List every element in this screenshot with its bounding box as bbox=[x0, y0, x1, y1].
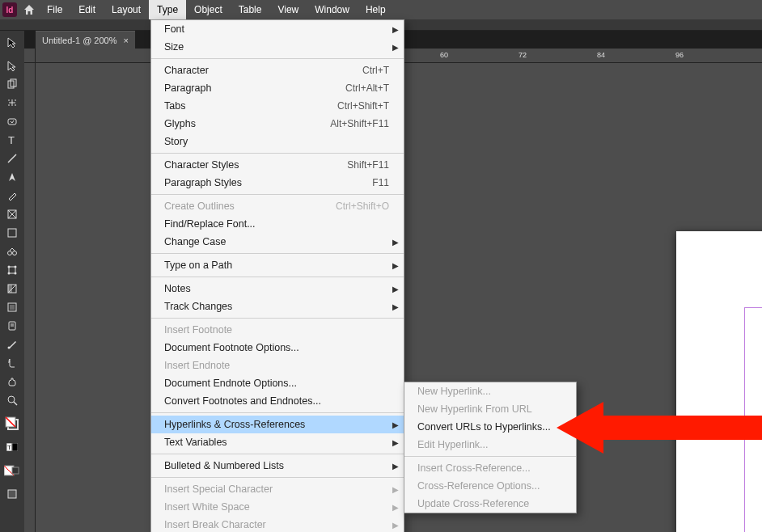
type_menu-item-insert-endnote: Insert Endnote bbox=[151, 357, 404, 374]
pen-tool[interactable] bbox=[1, 167, 23, 186]
menu-item-shortcut: Ctrl+Alt+T bbox=[345, 82, 389, 94]
zoom-tool[interactable] bbox=[1, 391, 23, 409]
gap-tool[interactable] bbox=[1, 93, 23, 112]
type_menu-item-hyperlinks-cross-references[interactable]: Hyperlinks & Cross-References▶ bbox=[151, 416, 404, 433]
submenu-arrow-icon: ▶ bbox=[392, 521, 399, 530]
svg-rect-37 bbox=[8, 490, 16, 498]
close-icon[interactable]: × bbox=[124, 36, 129, 45]
svg-rect-31 bbox=[6, 443, 12, 451]
type_menu-item-tabs[interactable]: TabsCtrl+Shift+T bbox=[151, 97, 404, 115]
svg-rect-20 bbox=[8, 303, 16, 311]
submenu-arrow-icon: ▶ bbox=[392, 302, 399, 311]
type_menu-item-document-endnote-options[interactable]: Document Endnote Options... bbox=[151, 374, 404, 392]
sub_menu-item-new-hyperlink: New Hyperlink... bbox=[404, 382, 576, 400]
type_menu-item-convert-footnotes-and-endnotes[interactable]: Convert Footnotes and Endnotes... bbox=[151, 392, 404, 410]
hyperlinks-submenu: New Hyperlink...New Hyperlink From URLCo… bbox=[404, 382, 577, 513]
default-fill-stroke[interactable]: T bbox=[1, 437, 23, 456]
fill-stroke[interactable] bbox=[1, 414, 23, 433]
page-tool[interactable] bbox=[1, 74, 23, 93]
document-tab[interactable]: Untitled-1 @ 200% × bbox=[36, 31, 135, 49]
menu-item-shortcut: Ctrl+T bbox=[362, 65, 389, 76]
line-tool[interactable] bbox=[1, 149, 23, 167]
pencil-tool[interactable] bbox=[1, 186, 23, 205]
type_menu-item-find-replace-font[interactable]: Find/Replace Font... bbox=[151, 215, 404, 233]
menu-edit[interactable]: Edit bbox=[70, 0, 104, 19]
type_menu-item-story[interactable]: Story bbox=[151, 133, 404, 150]
svg-text:T: T bbox=[8, 134, 15, 146]
type_menu-item-document-footnote-options[interactable]: Document Footnote Options... bbox=[151, 339, 404, 357]
gradient-swatch-tool[interactable] bbox=[1, 279, 23, 298]
svg-rect-34 bbox=[4, 466, 14, 475]
rectangle-tool[interactable] bbox=[1, 223, 23, 242]
screen-mode[interactable] bbox=[1, 484, 23, 503]
type_menu-item-paragraph[interactable]: ParagraphCtrl+Alt+T bbox=[151, 79, 404, 97]
type_menu-item-text-variables[interactable]: Text Variables▶ bbox=[151, 433, 404, 451]
svg-rect-4 bbox=[8, 119, 16, 125]
rectangle-frame-tool[interactable] bbox=[1, 205, 23, 223]
type-tool[interactable]: T bbox=[1, 130, 23, 149]
direct-selection-tool[interactable] bbox=[1, 56, 23, 74]
menu-layout[interactable]: Layout bbox=[104, 0, 149, 19]
menu-item-label: Change Case bbox=[164, 236, 389, 247]
svg-line-8 bbox=[8, 210, 16, 218]
formatting-affects[interactable] bbox=[1, 461, 23, 479]
svg-rect-18 bbox=[8, 285, 16, 293]
submenu-arrow-icon: ▶ bbox=[392, 420, 399, 429]
menu-item-label: Character bbox=[164, 65, 338, 76]
menu-view[interactable]: View bbox=[269, 0, 307, 19]
ruler-tick: 60 bbox=[440, 51, 448, 59]
submenu-arrow-icon: ▶ bbox=[392, 485, 399, 494]
hand-tool[interactable] bbox=[1, 372, 23, 391]
svg-point-16 bbox=[8, 272, 11, 274]
type_menu-item-notes[interactable]: Notes▶ bbox=[151, 280, 404, 298]
home-icon[interactable] bbox=[19, 0, 39, 19]
menu-item-label: Insert Endnote bbox=[164, 360, 389, 371]
ruler-origin[interactable] bbox=[24, 49, 36, 63]
menu-file[interactable]: File bbox=[39, 0, 70, 19]
svg-point-17 bbox=[15, 272, 17, 274]
type_menu-item-font[interactable]: Font▶ bbox=[151, 20, 404, 38]
submenu-arrow-icon: ▶ bbox=[392, 462, 399, 471]
svg-rect-2 bbox=[8, 81, 14, 88]
selection-tool[interactable] bbox=[1, 32, 23, 51]
type_menu-item-insert-break-character: Insert Break Character▶ bbox=[151, 516, 404, 532]
ruler-tick: 84 bbox=[597, 51, 605, 59]
gradient-feather-tool[interactable] bbox=[1, 298, 23, 316]
menu-item-shortcut: Alt+Shift+F11 bbox=[330, 118, 389, 129]
svg-text:T: T bbox=[7, 444, 11, 451]
menu-item-label: New Hyperlink From URL bbox=[417, 403, 561, 415]
type_menu-item-type-on-a-path[interactable]: Type on a Path▶ bbox=[151, 256, 404, 274]
ruler-tick: 72 bbox=[519, 51, 527, 59]
menu-object[interactable]: Object bbox=[186, 0, 231, 19]
menu-window[interactable]: Window bbox=[307, 0, 358, 19]
type_menu-item-track-changes[interactable]: Track Changes▶ bbox=[151, 298, 404, 315]
sub_menu-item-convert-urls-to-hyperlinks[interactable]: Convert URLs to Hyperlinks... bbox=[404, 418, 576, 436]
menu-table[interactable]: Table bbox=[231, 0, 270, 19]
submenu-arrow-icon: ▶ bbox=[392, 238, 399, 247]
note-tool[interactable] bbox=[1, 316, 23, 335]
type_menu-item-change-case[interactable]: Change Case▶ bbox=[151, 233, 404, 251]
type_menu-item-character[interactable]: CharacterCtrl+T bbox=[151, 61, 404, 79]
menu-type[interactable]: Type bbox=[149, 0, 186, 19]
type_menu-item-bulleted-numbered-lists[interactable]: Bulleted & Numbered Lists▶ bbox=[151, 457, 404, 475]
submenu-arrow-icon: ▶ bbox=[392, 43, 399, 52]
svg-rect-3 bbox=[11, 79, 16, 87]
menu-help[interactable]: Help bbox=[358, 0, 394, 19]
svg-rect-29 bbox=[6, 417, 15, 427]
type_menu-item-size[interactable]: Size▶ bbox=[151, 38, 404, 56]
svg-line-30 bbox=[6, 417, 15, 427]
eyedropper-tool[interactable] bbox=[1, 335, 23, 353]
type_menu-item-paragraph-styles[interactable]: Paragraph StylesF11 bbox=[151, 174, 404, 192]
sub_menu-item-update-cross-reference: Update Cross-Reference bbox=[404, 495, 576, 513]
type_menu-item-glyphs[interactable]: GlyphsAlt+Shift+F11 bbox=[151, 115, 404, 133]
type_menu-item-character-styles[interactable]: Character StylesShift+F11 bbox=[151, 156, 404, 174]
free-transform-tool[interactable] bbox=[1, 260, 23, 279]
menu-item-label: Update Cross-Reference bbox=[417, 498, 561, 509]
menu-item-label: Document Footnote Options... bbox=[164, 342, 389, 353]
tools-panel: TT bbox=[0, 31, 24, 532]
menu-item-label: Size bbox=[164, 41, 389, 53]
scissors-tool[interactable] bbox=[1, 242, 23, 260]
content-collector-tool[interactable] bbox=[1, 112, 23, 130]
measure-tool[interactable] bbox=[1, 353, 23, 372]
page[interactable] bbox=[676, 231, 762, 532]
